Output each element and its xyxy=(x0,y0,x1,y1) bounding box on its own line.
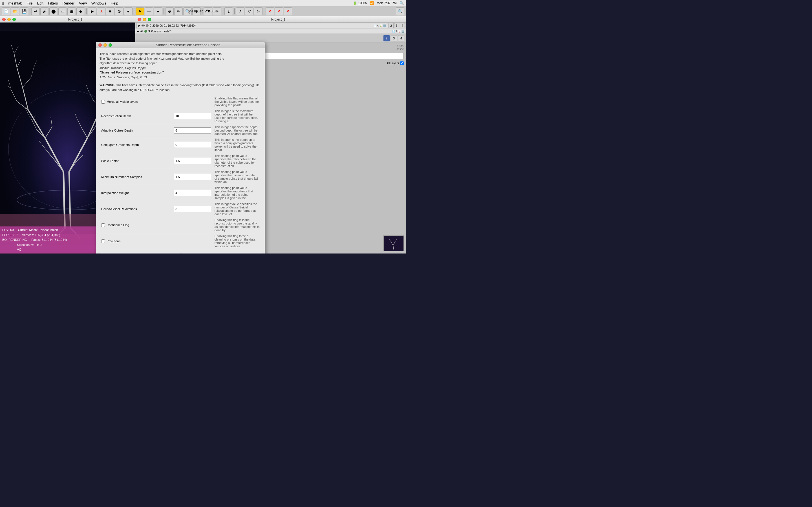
layer-id-0: 0 xyxy=(150,24,151,27)
menu-windows[interactable]: Windows xyxy=(91,1,106,5)
params-table: Merge all visible layers Enabling this f… xyxy=(100,96,261,249)
menu-help[interactable]: Help xyxy=(111,1,118,5)
pre-clean-checkbox[interactable] xyxy=(101,239,105,243)
scale-factor-desc: This floating point value specifies the … xyxy=(214,154,257,168)
param-row-interpolation-weight: Interpolation Weight This floating point… xyxy=(100,185,261,201)
reconstruction-depth-label: Reconstruction Depth xyxy=(101,114,131,118)
dot-btn[interactable]: ● xyxy=(124,7,133,15)
merge-visible-desc: Enabling this flag means that all the vi… xyxy=(214,97,259,107)
open-btn[interactable]: 📂 xyxy=(11,7,19,15)
circle-btn[interactable]: ⬤ xyxy=(49,7,58,15)
search-icon[interactable]: 🔍 xyxy=(400,1,404,5)
reconstruction-depth-input[interactable] xyxy=(174,113,211,119)
menu-render[interactable]: Render xyxy=(62,1,74,5)
sq-btn[interactable]: ■ xyxy=(106,7,114,15)
layer-expand-3[interactable]: ▶ xyxy=(137,30,139,33)
scale-factor-input[interactable] xyxy=(174,158,211,164)
tl-green-right[interactable] xyxy=(148,18,151,21)
page-num-4[interactable]: 4 xyxy=(398,35,404,41)
confidence-flag-checkbox[interactable] xyxy=(101,223,105,227)
conjugate-gradients-input[interactable] xyxy=(174,142,211,148)
tab-2[interactable]: 2 xyxy=(389,23,394,28)
layer-tool-3c[interactable]: 📊 xyxy=(398,30,401,33)
interpolation-weight-input[interactable] xyxy=(174,190,211,196)
layer-visibility-3[interactable]: 👁 xyxy=(140,30,143,33)
menu-edit[interactable]: Edit xyxy=(37,1,43,5)
page-num-2[interactable]: 2 xyxy=(384,35,390,41)
paint-btn[interactable]: 🖌 xyxy=(40,7,49,15)
adaptive-octree-label: Adaptive Octree Depth xyxy=(101,129,133,132)
ring-btn[interactable]: ⊙ xyxy=(115,7,123,15)
tl-red-dialog[interactable] xyxy=(98,43,102,47)
tl-yellow-dialog[interactable] xyxy=(103,43,107,47)
layer-dot-3 xyxy=(144,30,147,33)
adaptive-octree-input[interactable] xyxy=(174,127,211,133)
tl-red-viewport[interactable] xyxy=(2,18,6,21)
layer-tool-3d[interactable]: 🔢 xyxy=(402,30,404,33)
save-btn[interactable]: 💾 xyxy=(20,7,28,15)
layer-tool-3a[interactable]: 📄 xyxy=(392,30,395,33)
x1-btn[interactable]: ✕ xyxy=(266,7,274,15)
layer-name-3: Poisson mesh * xyxy=(151,30,391,33)
vq-label: VQ xyxy=(17,248,21,251)
tl-yellow-viewport[interactable] xyxy=(7,18,11,21)
all-layers-checkbox[interactable] xyxy=(400,61,404,65)
menu-view[interactable]: View xyxy=(79,1,87,5)
param-row-gauss-seidel: Gauss-Seidel Relaxations This integer va… xyxy=(100,201,261,217)
layer-tool-0b[interactable]: ⚙ xyxy=(377,24,379,27)
down-btn[interactable]: ▽ xyxy=(245,7,253,15)
arrow-btn[interactable]: ↗ xyxy=(236,7,245,15)
layer-row-0[interactable]: ▶ 👁 0 2020-06-01-19.03.23 -793442660 * 📄… xyxy=(137,23,388,28)
tab-3[interactable]: 3 xyxy=(394,23,399,28)
apple-menu[interactable]:  xyxy=(2,1,4,6)
line-btn[interactable]: — xyxy=(145,7,153,15)
anno-btn[interactable]: A xyxy=(136,7,144,15)
blob-btn[interactable]: ● xyxy=(154,7,162,15)
help-button[interactable]: Help xyxy=(182,252,261,253)
msec-label-2: msec xyxy=(397,48,404,51)
search-toolbar-btn[interactable]: 🔍 xyxy=(396,7,404,15)
layer-tool-0c[interactable]: 📊 xyxy=(380,24,383,27)
layer-expand-0[interactable]: ▶ xyxy=(139,24,140,27)
layer-visibility-0[interactable]: 👁 xyxy=(142,24,145,27)
tl-red-right[interactable] xyxy=(138,18,141,21)
grid-btn[interactable]: ▦ xyxy=(67,7,76,15)
menu-filters[interactable]: Filters xyxy=(48,1,58,5)
page-num-3[interactable]: 3 xyxy=(391,35,397,41)
pre-clean-desc: Enabling this flag force a cleaning pre-… xyxy=(214,234,255,248)
x3-btn[interactable]: ✕ xyxy=(284,7,292,15)
right-btn[interactable]: ⊳ xyxy=(254,7,262,15)
min-samples-desc: This floating point value specifies the … xyxy=(214,170,258,184)
min-samples-input[interactable] xyxy=(174,174,211,180)
tl-yellow-right[interactable] xyxy=(143,18,146,21)
info-btn[interactable]: ℹ xyxy=(224,7,233,15)
gauss-seidel-input[interactable] xyxy=(174,206,211,212)
main-container: Project_1 xyxy=(0,16,406,253)
play-btn[interactable]: ▶ xyxy=(88,7,96,15)
diamond-btn[interactable]: ◆ xyxy=(77,7,85,15)
layer-id-3: 3 xyxy=(148,30,150,33)
default-button[interactable]: Default xyxy=(100,252,179,253)
clock: Mon 7:07 PM xyxy=(377,1,397,5)
tl-green-dialog[interactable] xyxy=(109,43,112,47)
layer-row-3[interactable]: ▶ 👁 3 Poisson mesh * 📄 ⚙ 📊 🔢 xyxy=(135,29,406,34)
pencil-btn[interactable]: ✏ xyxy=(174,7,183,15)
tab-4[interactable]: 4 xyxy=(400,23,405,28)
menu-file[interactable]: File xyxy=(27,1,33,5)
tri-btn[interactable]: 🔺 xyxy=(97,7,105,15)
param-row-reconstruction-depth: Reconstruction Depth This integer is the… xyxy=(100,108,261,124)
merge-visible-checkbox[interactable] xyxy=(101,100,105,104)
confidence-flag-desc: Enabling this flag tells the reconstruct… xyxy=(214,218,260,232)
layer-tool-0d[interactable]: 🔢 xyxy=(383,24,386,27)
app-menu-meshlab[interactable]: meshlab xyxy=(8,1,22,5)
rect-btn[interactable]: ▭ xyxy=(58,7,67,15)
layer-tool-0a[interactable]: 📄 xyxy=(374,24,377,27)
select-btn[interactable]: ↩ xyxy=(31,7,40,15)
layer-tool-3b[interactable]: ⚙ xyxy=(396,30,398,33)
x2-btn[interactable]: ✕ xyxy=(274,7,283,15)
faces-label: Faces: 311,044 (311,044) xyxy=(31,238,67,241)
gear-btn[interactable]: ⚙ xyxy=(165,7,174,15)
pre-clean-label: Pre-Clean xyxy=(107,239,121,243)
new-btn[interactable]: 📄 xyxy=(2,7,10,15)
tl-green-viewport[interactable] xyxy=(12,18,16,21)
